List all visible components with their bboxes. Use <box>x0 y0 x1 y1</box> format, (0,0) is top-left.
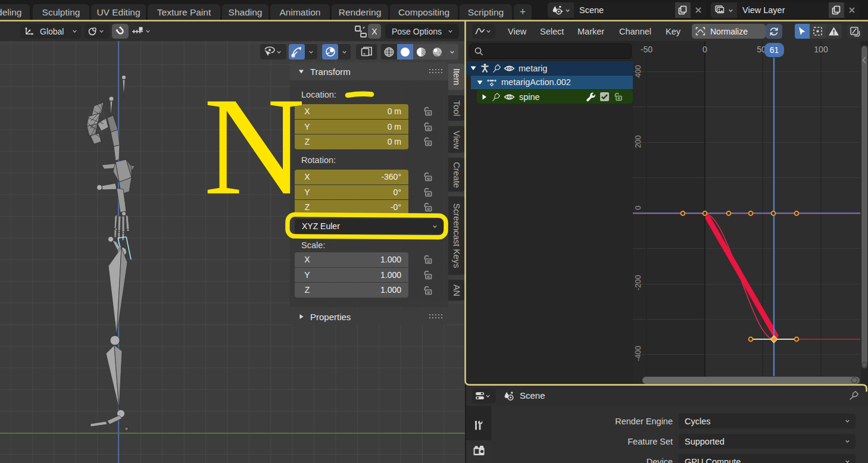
svg-text:200: 200 <box>633 135 642 148</box>
svg-text:-400: -400 <box>633 346 642 361</box>
svg-text:0: 0 <box>633 205 642 209</box>
svg-text:0: 0 <box>702 45 707 54</box>
svg-text:100: 100 <box>814 45 828 54</box>
svg-text:61: 61 <box>770 45 779 55</box>
svg-text:-200: -200 <box>633 275 642 290</box>
svg-text:-50: -50 <box>641 45 652 54</box>
svg-text:400: 400 <box>633 65 642 78</box>
